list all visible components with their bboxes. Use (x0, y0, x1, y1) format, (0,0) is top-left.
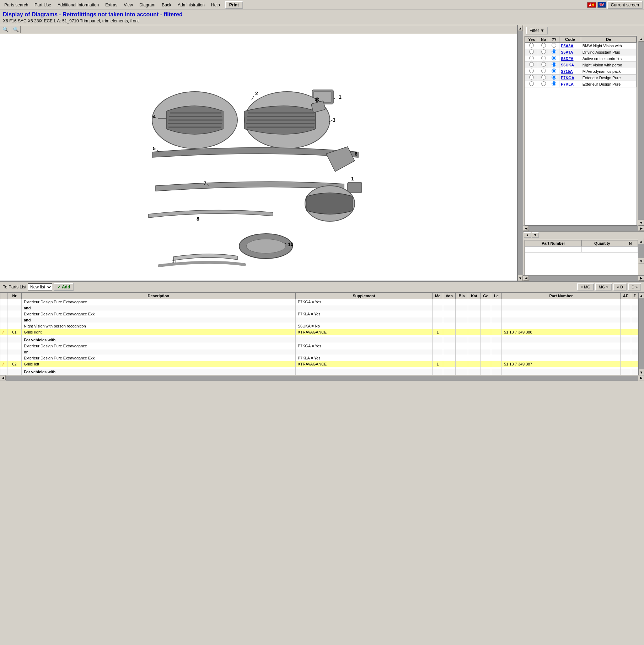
nr-02: 02 (7, 361, 22, 367)
radio-no-p7kla[interactable] (538, 81, 549, 87)
move-down-button[interactable]: ▼ (532, 232, 539, 238)
radio-no-p7kga[interactable] (538, 75, 549, 81)
filter-row: S5DFA Active cruise control+s (525, 55, 637, 62)
desc-02: Grille left (22, 361, 296, 367)
filter-h-scroll[interactable]: ◀ ▶ (523, 226, 644, 231)
code-p7kga[interactable]: P7KGA (559, 75, 581, 81)
filter-scroll-up[interactable]: ▲ (638, 36, 644, 42)
desc-s715a: M Aerodynamics pack (581, 68, 636, 75)
print-button[interactable]: Print (225, 1, 243, 9)
zoom-in-button[interactable]: 🔍 (1, 26, 10, 33)
new-list-select[interactable]: New list (28, 283, 52, 291)
filter-scroll-track[interactable] (638, 42, 644, 220)
pn-01: 51 13 7 349 388 (502, 329, 621, 335)
th-nr: Nr (7, 293, 22, 299)
filter-button[interactable]: Filter ▼ (526, 27, 548, 34)
zoom-out-button[interactable]: 🔍 (11, 26, 21, 33)
menu-part-use[interactable]: Part Use (32, 2, 54, 8)
svg-text:3: 3 (333, 117, 336, 123)
menu-diagram[interactable]: Diagram (136, 2, 158, 8)
code-s715a[interactable]: S715A (559, 68, 581, 75)
pn-scroll-up[interactable]: ▲ (638, 238, 644, 244)
pn-h-scroll-right[interactable]: ▶ (638, 276, 644, 281)
n-col-header: N (623, 240, 638, 246)
radio-yes-p5a3a[interactable] (525, 43, 538, 49)
th-kat: Kat (468, 293, 481, 299)
split-scroll-down[interactable]: ▼ (518, 275, 523, 281)
nav-mg-prev[interactable]: « MG (577, 283, 594, 291)
radio-yes-s715a[interactable] (525, 68, 538, 75)
radio-yes-p7kla[interactable] (525, 81, 538, 87)
filter-row: S5ATA Driving Assistant Plus (525, 49, 637, 55)
lang-en-button[interactable]: 🇬🇧 (597, 2, 606, 8)
pn-scroll-down[interactable]: ▼ (638, 258, 644, 264)
menu-back[interactable]: Back (159, 2, 174, 8)
radio-yes-s6uka[interactable] (525, 62, 538, 68)
part-row-02[interactable]: i 02 Grille left XTRAVAGANCE 1 51 13 7 3… (0, 361, 638, 367)
menu-administration[interactable]: Administration (175, 2, 208, 8)
nav-mg-next[interactable]: MG » (595, 283, 612, 291)
code-p5a3a[interactable]: P5A3A (559, 43, 581, 49)
radio-no-s5dfa[interactable] (538, 55, 549, 62)
pn-h-scroll-left[interactable]: ◀ (523, 276, 529, 281)
filter-scroll-down[interactable]: ▼ (638, 220, 644, 226)
part-row-01[interactable]: i 01 Grille right XTRAVAGANCE 1 51 13 7 … (0, 329, 638, 335)
menu-parts-search[interactable]: Parts search (1, 2, 31, 8)
desc-p7kla-2: Exterieur Design Pure Extravagance Exkl. (22, 355, 296, 361)
lang-de-button[interactable]: Ad (587, 2, 596, 8)
bottom-scrollbar[interactable]: ◀ ▶ (0, 375, 644, 381)
code-s5dfa[interactable]: S5DFA (559, 55, 581, 62)
menu-additional-info[interactable]: Additional Information (55, 2, 102, 8)
and-cell-1: and (22, 305, 296, 311)
bottom-scroll-track[interactable] (6, 376, 638, 381)
code-s5ata[interactable]: S5ATA (559, 49, 581, 55)
nav-d-prev[interactable]: « D (613, 283, 627, 291)
radio-maybe-s5dfa[interactable] (549, 55, 559, 62)
radio-maybe-s5ata[interactable] (549, 49, 559, 55)
filter-h-scroll-track[interactable] (529, 226, 638, 231)
bottom-scroll-left[interactable]: ◀ (0, 375, 6, 380)
menu-help[interactable]: Help (208, 2, 223, 8)
menubar: Parts search Part Use Additional Informa… (0, 0, 644, 10)
radio-yes-s5dfa[interactable] (525, 55, 538, 62)
radio-yes-s5ata[interactable] (525, 49, 538, 55)
diagram-h-scrollbar[interactable]: ◀ ▶ (0, 281, 517, 281)
radio-maybe-p5a3a[interactable] (549, 43, 559, 49)
radio-yes-p7kga[interactable] (525, 75, 538, 81)
radio-maybe-s715a[interactable] (549, 68, 559, 75)
radio-no-s715a[interactable] (538, 68, 549, 75)
pn-empty-row (525, 246, 638, 253)
pn-scroll-track[interactable] (638, 244, 644, 258)
radio-no-s5ata[interactable] (538, 49, 549, 55)
filter-h-scroll-left[interactable]: ◀ (523, 226, 529, 231)
radio-maybe-p7kga[interactable] (549, 75, 559, 81)
diagram-image[interactable]: 1 2 (0, 34, 517, 281)
add-button[interactable]: ✓ Add (54, 283, 74, 291)
parts-scroll-up[interactable]: ▲ (639, 293, 644, 298)
pn-h-scroll[interactable]: ◀ ▶ (523, 275, 644, 281)
nav-d-next[interactable]: D » (628, 283, 641, 291)
col-yes: Yes (525, 37, 538, 43)
menu-extras[interactable]: Extras (102, 2, 120, 8)
menu-view[interactable]: View (121, 2, 136, 8)
move-up-button[interactable]: ▲ (524, 232, 531, 238)
radio-maybe-s6uka[interactable] (549, 62, 559, 68)
filter-row: P7KGA Exterieur Design Pure (525, 75, 637, 81)
desc-p7kga-2: Exterieur Design Pure Extravagance (22, 343, 296, 349)
code-s6uka[interactable]: S6UKA (559, 62, 581, 68)
code-p7kla[interactable]: P7KLA (559, 81, 581, 87)
nav-buttons: « MG MG » « D D » (577, 283, 641, 291)
table-row: Exterieur Design Pure Extravagance Exkl.… (0, 311, 638, 317)
radio-no-s6uka[interactable] (538, 62, 549, 68)
filter-h-scroll-right[interactable]: ▶ (638, 226, 644, 231)
split-scroll-up[interactable]: ▲ (518, 25, 523, 31)
parts-scroll-track[interactable] (639, 298, 644, 369)
bottom-scroll-right[interactable]: ▶ (638, 375, 644, 380)
current-screen-button[interactable]: Current screen (607, 1, 643, 9)
toolbar-left: To Parts List New list ✓ Add (3, 283, 74, 291)
parts-scroll-down[interactable]: ▼ (639, 369, 644, 375)
pn-h-scroll-track[interactable] (529, 276, 638, 281)
radio-maybe-p7kla[interactable] (549, 81, 559, 87)
radio-no-p5a3a[interactable] (538, 43, 549, 49)
split-scroll-track[interactable] (518, 31, 523, 275)
